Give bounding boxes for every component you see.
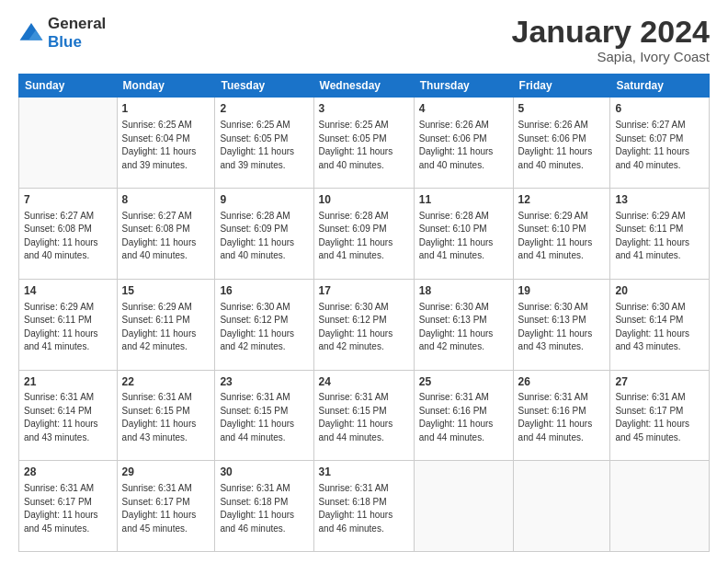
day-number: 21 bbox=[24, 374, 112, 390]
day-number: 4 bbox=[419, 101, 508, 117]
calendar-day-header: Wednesday bbox=[313, 75, 414, 98]
cell-content: Sunrise: 6:31 AM Sunset: 6:18 PM Dayligh… bbox=[220, 482, 308, 535]
cell-content: Sunrise: 6:31 AM Sunset: 6:14 PM Dayligh… bbox=[24, 391, 112, 444]
calendar-day-header: Monday bbox=[117, 75, 215, 98]
day-number: 30 bbox=[220, 465, 308, 480]
calendar-cell: 16Sunrise: 6:30 AM Sunset: 6:12 PM Dayli… bbox=[215, 279, 313, 370]
day-number: 1 bbox=[122, 101, 210, 117]
cell-content: Sunrise: 6:26 AM Sunset: 6:06 PM Dayligh… bbox=[419, 119, 508, 172]
cell-content: Sunrise: 6:28 AM Sunset: 6:09 PM Dayligh… bbox=[220, 210, 308, 263]
day-number: 6 bbox=[615, 101, 704, 117]
calendar-week-row: 28Sunrise: 6:31 AM Sunset: 6:17 PM Dayli… bbox=[19, 461, 710, 552]
calendar-cell: 24Sunrise: 6:31 AM Sunset: 6:15 PM Dayli… bbox=[313, 370, 414, 461]
logo-text: General Blue bbox=[48, 15, 106, 52]
cell-content: Sunrise: 6:30 AM Sunset: 6:13 PM Dayligh… bbox=[518, 301, 606, 354]
day-number: 29 bbox=[122, 465, 210, 480]
cell-content: Sunrise: 6:28 AM Sunset: 6:10 PM Dayligh… bbox=[419, 210, 508, 263]
cell-content: Sunrise: 6:27 AM Sunset: 6:07 PM Dayligh… bbox=[615, 119, 704, 172]
cell-content: Sunrise: 6:31 AM Sunset: 6:16 PM Dayligh… bbox=[419, 391, 508, 444]
cell-content: Sunrise: 6:29 AM Sunset: 6:11 PM Dayligh… bbox=[24, 301, 112, 354]
calendar-cell: 25Sunrise: 6:31 AM Sunset: 6:16 PM Dayli… bbox=[414, 370, 513, 461]
calendar-cell: 21Sunrise: 6:31 AM Sunset: 6:14 PM Dayli… bbox=[19, 370, 118, 461]
day-number: 7 bbox=[24, 192, 112, 208]
calendar-cell: 30Sunrise: 6:31 AM Sunset: 6:18 PM Dayli… bbox=[215, 461, 313, 552]
calendar-cell bbox=[513, 461, 610, 552]
calendar-cell: 12Sunrise: 6:29 AM Sunset: 6:10 PM Dayli… bbox=[513, 189, 610, 280]
calendar-cell: 9Sunrise: 6:28 AM Sunset: 6:09 PM Daylig… bbox=[215, 189, 313, 280]
calendar-cell: 7Sunrise: 6:27 AM Sunset: 6:08 PM Daylig… bbox=[19, 189, 118, 280]
day-number: 31 bbox=[319, 465, 409, 480]
calendar-cell: 13Sunrise: 6:29 AM Sunset: 6:11 PM Dayli… bbox=[610, 189, 710, 280]
day-number: 20 bbox=[615, 283, 704, 299]
calendar-day-header: Saturday bbox=[610, 75, 710, 98]
calendar-cell: 20Sunrise: 6:30 AM Sunset: 6:14 PM Dayli… bbox=[610, 279, 710, 370]
logo: General Blue bbox=[18, 15, 106, 52]
calendar-cell: 17Sunrise: 6:30 AM Sunset: 6:12 PM Dayli… bbox=[313, 279, 414, 370]
calendar-week-row: 21Sunrise: 6:31 AM Sunset: 6:14 PM Dayli… bbox=[19, 370, 710, 461]
cell-content: Sunrise: 6:31 AM Sunset: 6:15 PM Dayligh… bbox=[319, 391, 409, 444]
cell-content: Sunrise: 6:25 AM Sunset: 6:05 PM Dayligh… bbox=[220, 119, 308, 172]
calendar-cell: 2Sunrise: 6:25 AM Sunset: 6:05 PM Daylig… bbox=[215, 98, 313, 189]
day-number: 8 bbox=[122, 192, 210, 208]
day-number: 12 bbox=[518, 192, 606, 208]
calendar-cell: 4Sunrise: 6:26 AM Sunset: 6:06 PM Daylig… bbox=[414, 98, 513, 189]
calendar-cell: 23Sunrise: 6:31 AM Sunset: 6:15 PM Dayli… bbox=[215, 370, 313, 461]
calendar-cell: 18Sunrise: 6:30 AM Sunset: 6:13 PM Dayli… bbox=[414, 279, 513, 370]
calendar-cell: 1Sunrise: 6:25 AM Sunset: 6:04 PM Daylig… bbox=[117, 98, 215, 189]
day-number: 3 bbox=[319, 101, 409, 117]
calendar-cell: 14Sunrise: 6:29 AM Sunset: 6:11 PM Dayli… bbox=[19, 279, 118, 370]
day-number: 14 bbox=[24, 283, 112, 299]
cell-content: Sunrise: 6:30 AM Sunset: 6:12 PM Dayligh… bbox=[220, 301, 308, 354]
day-number: 26 bbox=[518, 374, 606, 390]
cell-content: Sunrise: 6:31 AM Sunset: 6:17 PM Dayligh… bbox=[122, 482, 210, 535]
day-number: 16 bbox=[220, 283, 308, 299]
main-title: January 2024 bbox=[512, 15, 711, 49]
calendar-cell: 3Sunrise: 6:25 AM Sunset: 6:05 PM Daylig… bbox=[313, 98, 414, 189]
logo-general: General bbox=[48, 15, 106, 32]
logo-blue: Blue bbox=[48, 33, 82, 51]
cell-content: Sunrise: 6:31 AM Sunset: 6:17 PM Dayligh… bbox=[615, 391, 704, 444]
day-number: 22 bbox=[122, 374, 210, 390]
cell-content: Sunrise: 6:26 AM Sunset: 6:06 PM Dayligh… bbox=[518, 119, 606, 172]
day-number: 27 bbox=[615, 374, 704, 390]
cell-content: Sunrise: 6:31 AM Sunset: 6:18 PM Dayligh… bbox=[319, 482, 409, 535]
calendar-cell: 15Sunrise: 6:29 AM Sunset: 6:11 PM Dayli… bbox=[117, 279, 215, 370]
calendar-cell: 26Sunrise: 6:31 AM Sunset: 6:16 PM Dayli… bbox=[513, 370, 610, 461]
calendar-cell: 29Sunrise: 6:31 AM Sunset: 6:17 PM Dayli… bbox=[117, 461, 215, 552]
cell-content: Sunrise: 6:29 AM Sunset: 6:11 PM Dayligh… bbox=[615, 210, 704, 263]
day-number: 24 bbox=[319, 374, 409, 390]
cell-content: Sunrise: 6:29 AM Sunset: 6:10 PM Dayligh… bbox=[518, 210, 606, 263]
title-block: January 2024 Sapia, Ivory Coast bbox=[512, 15, 711, 64]
calendar-day-header: Tuesday bbox=[215, 75, 313, 98]
cell-content: Sunrise: 6:30 AM Sunset: 6:13 PM Dayligh… bbox=[419, 301, 508, 354]
cell-content: Sunrise: 6:31 AM Sunset: 6:16 PM Dayligh… bbox=[518, 391, 606, 444]
cell-content: Sunrise: 6:28 AM Sunset: 6:09 PM Dayligh… bbox=[319, 210, 409, 263]
day-number: 11 bbox=[419, 192, 508, 208]
calendar-cell: 28Sunrise: 6:31 AM Sunset: 6:17 PM Dayli… bbox=[19, 461, 118, 552]
calendar-header-row: SundayMondayTuesdayWednesdayThursdayFrid… bbox=[19, 75, 710, 98]
calendar-cell: 8Sunrise: 6:27 AM Sunset: 6:08 PM Daylig… bbox=[117, 189, 215, 280]
cell-content: Sunrise: 6:31 AM Sunset: 6:15 PM Dayligh… bbox=[220, 391, 308, 444]
calendar-cell: 27Sunrise: 6:31 AM Sunset: 6:17 PM Dayli… bbox=[610, 370, 710, 461]
day-number: 13 bbox=[615, 192, 704, 208]
logo-icon bbox=[18, 20, 44, 46]
calendar-cell: 11Sunrise: 6:28 AM Sunset: 6:10 PM Dayli… bbox=[414, 189, 513, 280]
page: General Blue January 2024 Sapia, Ivory C… bbox=[0, 0, 728, 563]
calendar-cell: 22Sunrise: 6:31 AM Sunset: 6:15 PM Dayli… bbox=[117, 370, 215, 461]
subtitle: Sapia, Ivory Coast bbox=[512, 49, 711, 64]
day-number: 15 bbox=[122, 283, 210, 299]
calendar-week-row: 14Sunrise: 6:29 AM Sunset: 6:11 PM Dayli… bbox=[19, 279, 710, 370]
cell-content: Sunrise: 6:30 AM Sunset: 6:14 PM Dayligh… bbox=[615, 301, 704, 354]
cell-content: Sunrise: 6:27 AM Sunset: 6:08 PM Dayligh… bbox=[24, 210, 112, 263]
day-number: 19 bbox=[518, 283, 606, 299]
day-number: 10 bbox=[319, 192, 409, 208]
calendar-cell: 5Sunrise: 6:26 AM Sunset: 6:06 PM Daylig… bbox=[513, 98, 610, 189]
cell-content: Sunrise: 6:25 AM Sunset: 6:04 PM Dayligh… bbox=[122, 119, 210, 172]
cell-content: Sunrise: 6:30 AM Sunset: 6:12 PM Dayligh… bbox=[319, 301, 409, 354]
cell-content: Sunrise: 6:31 AM Sunset: 6:15 PM Dayligh… bbox=[122, 391, 210, 444]
calendar-table: SundayMondayTuesdayWednesdayThursdayFrid… bbox=[18, 74, 710, 552]
day-number: 23 bbox=[220, 374, 308, 390]
day-number: 28 bbox=[24, 465, 112, 480]
calendar-cell bbox=[19, 98, 118, 189]
calendar-day-header: Thursday bbox=[414, 75, 513, 98]
